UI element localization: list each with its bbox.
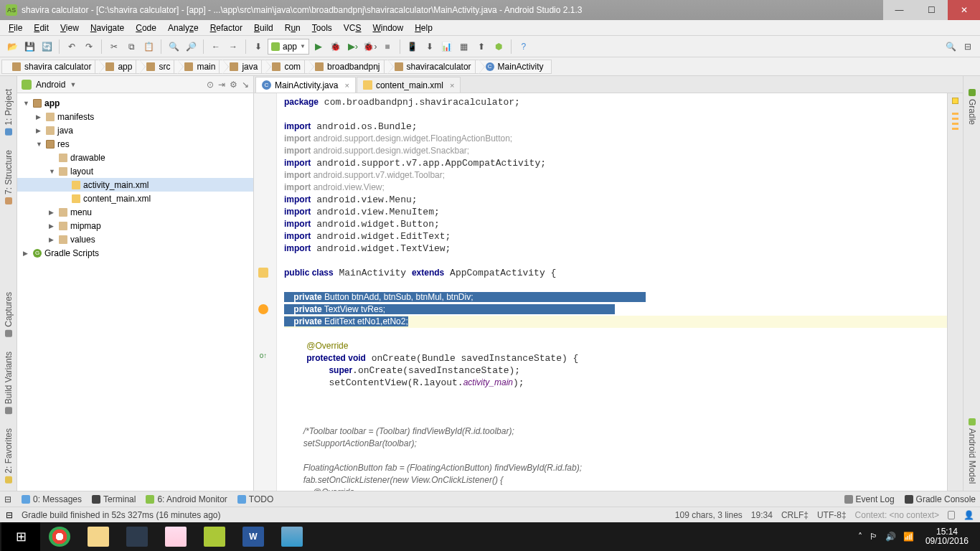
tab-build-variants[interactable]: Build Variants: [2, 344, 15, 421]
collapse-icon[interactable]: ⇥: [218, 80, 225, 90]
expand-arrow-icon[interactable]: ▶: [49, 236, 56, 243]
start-button[interactable]: ⊞: [1, 522, 40, 551]
close-tab-icon[interactable]: ×: [450, 81, 454, 90]
tree-node[interactable]: ▼app: [17, 96, 253, 110]
sync-icon[interactable]: 🔄: [39, 39, 55, 55]
tray-network-icon[interactable]: 📶: [903, 532, 914, 542]
dropdown-icon[interactable]: ▼: [70, 81, 76, 88]
undo-icon[interactable]: ↶: [64, 39, 80, 55]
save-icon[interactable]: 💾: [22, 39, 37, 55]
crumb-project[interactable]: shavira calculator: [1, 60, 99, 74]
tree-node[interactable]: drawable: [17, 151, 253, 164]
menu-code[interactable]: Code: [130, 22, 162, 34]
taskbar-app1[interactable]: [118, 522, 156, 551]
open-icon[interactable]: 📂: [4, 39, 20, 55]
tab-android-model[interactable]: Android Model: [966, 411, 979, 491]
inspection-indicator-icon[interactable]: [952, 98, 958, 104]
tree-node[interactable]: ▶mipmap: [17, 219, 253, 232]
menu-file[interactable]: File: [3, 22, 28, 34]
tree-node[interactable]: ▼res: [17, 137, 253, 151]
run-config-select[interactable]: app ▼: [268, 39, 309, 55]
tab-favorites[interactable]: 2: Favorites: [2, 421, 15, 491]
menu-window[interactable]: Window: [367, 22, 409, 34]
expand-arrow-icon[interactable]: ▼: [49, 168, 56, 175]
taskbar-paint[interactable]: [156, 522, 195, 551]
tab-captures[interactable]: Captures: [2, 285, 15, 344]
attach-debugger-icon[interactable]: 🐞›: [362, 39, 378, 55]
search-everywhere-icon[interactable]: 🔍: [943, 39, 958, 55]
apply-changes-icon[interactable]: ▶›: [345, 39, 361, 55]
tray-chevron-icon[interactable]: ˄: [858, 532, 862, 542]
tree-node[interactable]: ▶java: [17, 123, 253, 137]
tab-gradle[interactable]: Gradle: [966, 82, 979, 132]
tab-android-monitor[interactable]: 6: Android Monitor: [146, 494, 227, 504]
tree-node[interactable]: activity_main.xml: [17, 178, 253, 192]
tray-clock[interactable]: 15:14 09/10/2016: [921, 527, 973, 546]
warning-mark-icon[interactable]: [952, 123, 958, 125]
layout-inspector-icon[interactable]: ▦: [456, 39, 472, 55]
ddms-icon[interactable]: 📊: [439, 39, 455, 55]
taskbar-explorer[interactable]: [79, 522, 118, 551]
expand-arrow-icon[interactable]: ▶: [36, 113, 43, 121]
menu-edit[interactable]: Edit: [28, 22, 55, 34]
find-icon[interactable]: 🔍: [166, 39, 182, 55]
status-context[interactable]: Context: <no context>: [855, 510, 939, 520]
hide-icon[interactable]: ↘: [242, 80, 249, 90]
tray-flag-icon[interactable]: 🏳: [870, 532, 878, 542]
code-editor[interactable]: package com.broadbandpnj.shaviracalculat…: [277, 93, 947, 491]
maximize-button[interactable]: ☐: [915, 0, 948, 20]
project-tree[interactable]: ▼app▶manifests▶java▼resdrawable▼layoutac…: [17, 93, 253, 491]
editor-gutter[interactable]: o↑: [254, 93, 277, 491]
tree-node[interactable]: content_main.xml: [17, 192, 253, 205]
theme-editor-icon[interactable]: ⬆: [473, 39, 489, 55]
android-icon[interactable]: ⬢: [491, 39, 507, 55]
warning-mark-icon[interactable]: [952, 128, 958, 130]
forward-icon[interactable]: →: [225, 39, 241, 55]
taskbar-word[interactable]: W: [234, 522, 273, 551]
tab-mainactivity[interactable]: C MainActivity.java ×: [255, 77, 356, 93]
tray-volume-icon[interactable]: 🔊: [885, 532, 896, 542]
make-icon[interactable]: ⬇: [250, 39, 266, 55]
status-person-icon[interactable]: 👤: [963, 510, 974, 520]
tab-messages[interactable]: 0: Messages: [22, 494, 82, 504]
menu-vcs[interactable]: VCS: [338, 22, 367, 34]
menu-run[interactable]: Run: [279, 22, 306, 34]
tree-node[interactable]: ▶menu: [17, 205, 253, 219]
settings-icon[interactable]: ⊙: [207, 80, 214, 90]
close-tab-icon[interactable]: ×: [344, 81, 349, 90]
menu-view[interactable]: View: [55, 22, 85, 34]
status-line-ending[interactable]: CRLF‡: [781, 510, 809, 520]
warning-mark-icon[interactable]: [952, 113, 958, 115]
replace-icon[interactable]: 🔎: [183, 39, 199, 55]
minimize-button[interactable]: —: [883, 0, 915, 20]
status-encoding[interactable]: UTF-8‡: [817, 510, 847, 520]
tab-content-main[interactable]: content_main.xml ×: [357, 77, 461, 93]
project-view-mode[interactable]: Android: [36, 80, 65, 90]
run-icon[interactable]: ▶: [311, 39, 326, 55]
expand-arrow-icon[interactable]: ▶: [49, 209, 56, 216]
expand-arrow-icon[interactable]: ▼: [36, 141, 43, 148]
sdk-manager-icon[interactable]: ⬇: [422, 39, 438, 55]
ide-settings-icon[interactable]: ⊟: [960, 39, 976, 55]
tab-todo[interactable]: TODO: [237, 494, 273, 504]
status-restore-icon[interactable]: ⊟: [6, 510, 13, 520]
menu-analyze[interactable]: Analyze: [162, 22, 204, 34]
redo-icon[interactable]: ↷: [81, 39, 97, 55]
expand-arrow-icon[interactable]: ▼: [23, 100, 30, 107]
tree-node[interactable]: ▶GGradle Scripts: [17, 246, 253, 260]
taskbar-chrome[interactable]: [40, 522, 79, 551]
help-icon[interactable]: ?: [516, 39, 532, 55]
stop-icon[interactable]: ■: [380, 39, 395, 55]
copy-icon[interactable]: ⧉: [123, 39, 139, 55]
menu-help[interactable]: Help: [409, 22, 438, 34]
avd-manager-icon[interactable]: 📱: [405, 39, 420, 55]
paste-icon[interactable]: 📋: [141, 39, 156, 55]
debug-icon[interactable]: 🐞: [328, 39, 344, 55]
crumb-class[interactable]: CMainActivity: [475, 60, 552, 74]
tab-event-log[interactable]: Event Log: [844, 494, 895, 504]
tree-node[interactable]: ▼layout: [17, 164, 253, 178]
tree-node[interactable]: ▶manifests: [17, 110, 253, 123]
taskbar-android-studio[interactable]: [195, 522, 234, 551]
crumb-pkg3[interactable]: shaviracalculator: [384, 60, 479, 74]
menu-build[interactable]: Build: [248, 22, 279, 34]
